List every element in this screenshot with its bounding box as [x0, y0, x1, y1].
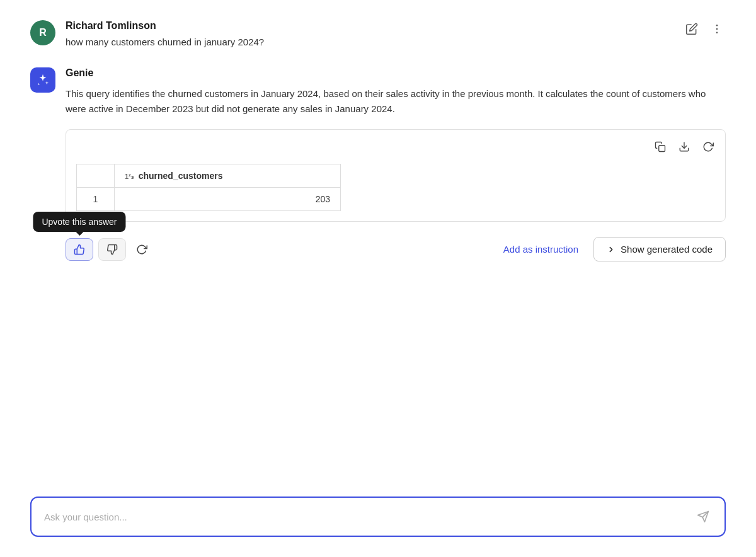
row-number-header — [77, 164, 115, 188]
column-type-icon: 1²₃ — [125, 173, 134, 180]
input-area — [30, 497, 726, 537]
user-avatar: R — [30, 20, 55, 45]
row-value-cell: 203 — [115, 188, 341, 211]
message-actions — [683, 20, 726, 38]
download-button[interactable] — [677, 140, 691, 154]
regenerate-button[interactable] — [131, 239, 152, 260]
row-number-cell: 1 — [77, 188, 115, 211]
genie-name: Genie — [66, 67, 726, 79]
show-generated-code-button[interactable]: Show generated code — [593, 237, 726, 261]
downvote-button[interactable] — [98, 238, 126, 261]
more-options-button[interactable] — [708, 20, 726, 38]
refresh-result-button[interactable] — [701, 140, 715, 154]
action-row: Upvote this answer Add as instruction — [30, 237, 726, 261]
copy-button[interactable] — [653, 140, 667, 154]
user-message: R Richard Tomlinson how many customers c… — [30, 20, 726, 47]
send-button[interactable] — [694, 508, 712, 525]
column-header: 1²₃ churned_customers — [115, 164, 341, 188]
genie-response-text: This query identifies the churned custom… — [66, 86, 726, 117]
add-instruction-button[interactable]: Add as instruction — [493, 239, 588, 260]
edit-button[interactable] — [683, 20, 701, 38]
show-code-label: Show generated code — [621, 244, 713, 255]
svg-point-1 — [716, 28, 718, 30]
svg-point-0 — [716, 25, 718, 26]
user-name: Richard Tomlinson — [66, 20, 726, 32]
result-card: 1²₃ churned_customers 1 203 — [66, 129, 726, 222]
genie-content: Genie This query identifies the churned … — [66, 67, 726, 222]
upvote-button[interactable] — [66, 238, 93, 261]
genie-avatar — [30, 67, 55, 93]
result-table: 1²₃ churned_customers 1 203 — [76, 164, 341, 211]
table-row: 1 203 — [77, 188, 341, 211]
svg-rect-3 — [659, 146, 665, 152]
result-card-toolbar — [76, 140, 715, 154]
input-wrapper — [30, 497, 726, 537]
svg-point-2 — [716, 32, 718, 34]
upvote-tooltip-container: Upvote this answer — [66, 238, 93, 261]
user-question: how many customers churned in january 20… — [66, 37, 726, 47]
genie-message: Genie This query identifies the churned … — [30, 67, 726, 222]
chat-input[interactable] — [44, 512, 694, 522]
user-message-content: Richard Tomlinson how many customers chu… — [66, 20, 726, 47]
